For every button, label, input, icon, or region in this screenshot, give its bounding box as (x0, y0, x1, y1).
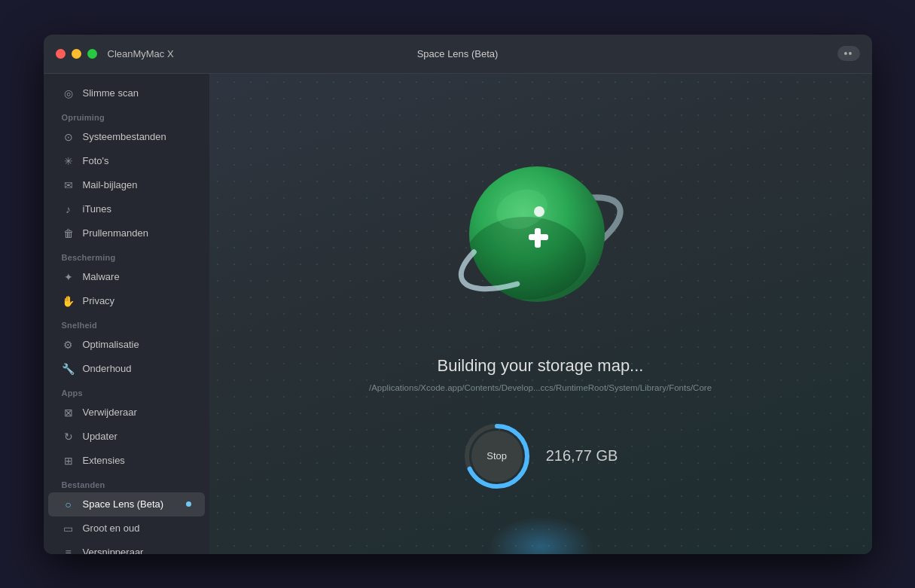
more-options-button[interactable]: •• (837, 46, 860, 61)
sidebar-item-malware[interactable]: ✦ Malware (48, 265, 205, 289)
titlebar-right: •• (837, 46, 860, 61)
itunes-icon: ♪ (62, 203, 75, 216)
slimme-scan-icon: ◎ (62, 87, 75, 100)
main-content: Building your storage map... /Applicatio… (209, 74, 872, 554)
privacy-icon: ✋ (62, 294, 75, 308)
extensies-icon: ⊞ (62, 454, 75, 468)
section-label-snelheid: Snelheid (44, 313, 209, 333)
status-path: /Applications/Xcode.app/Contents/Develop… (369, 383, 712, 392)
updater-icon: ↻ (62, 430, 75, 443)
svg-rect-7 (529, 234, 548, 240)
sidebar-item-label: Slimme scan (83, 87, 139, 99)
section-label-bestanden: Bestanden (44, 473, 209, 492)
sidebar-item-label: Systeembestanden (83, 131, 166, 142)
sidebar-item-prullenmanden[interactable]: 🗑 Prullenmanden (48, 221, 205, 245)
stop-button[interactable]: Stop (471, 431, 523, 482)
versnipperaar-icon: ≡ (62, 546, 75, 554)
app-title: CleanMyMac X (108, 48, 174, 59)
sidebar-item-label: Foto's (83, 155, 109, 166)
section-label-apps: Apps (44, 381, 209, 401)
sidebar-item-mail-bijlagen[interactable]: ✉ Mail-bijlagen (48, 173, 205, 197)
sidebar-item-label: Verwijderaar (83, 407, 137, 418)
window-title: Space Lens (Beta) (417, 48, 499, 59)
sidebar-item-label: Privacy (83, 295, 115, 306)
sidebar-item-label: Versnipperaar (83, 547, 144, 554)
sidebar-item-label: Space Lens (Beta) (83, 498, 164, 510)
space-lens-icon: ○ (62, 498, 75, 511)
sidebar-item-systeembestanden[interactable]: ⊙ Systeembestanden (48, 125, 205, 149)
bottom-glow (488, 516, 593, 554)
progress-area: Stop 216,77 GB (463, 422, 618, 490)
sidebar-item-label: Onderhoud (83, 363, 132, 374)
optimalisatie-icon: ⚙ (62, 338, 75, 352)
sidebar-item-space-lens[interactable]: ○ Space Lens (Beta) (48, 492, 205, 516)
prullenmanden-icon: 🗑 (62, 227, 75, 240)
sidebar-item-extensies[interactable]: ⊞ Extensies (48, 449, 205, 473)
systeembestanden-icon: ⊙ (62, 130, 75, 144)
onderhoud-icon: 🔧 (62, 362, 75, 376)
sidebar-item-label: Mail-bijlagen (83, 179, 138, 190)
sidebar-item-verwijderaar[interactable]: ⊠ Verwijderaar (48, 401, 205, 425)
close-button[interactable] (56, 49, 66, 59)
sidebar-item-versnipperaar[interactable]: ≡ Versnipperaar (48, 541, 205, 554)
sidebar-item-label: Optimalisatie (83, 339, 139, 350)
sidebar-item-onderhoud[interactable]: 🔧 Onderhoud (48, 357, 205, 381)
fotos-icon: ✳ (62, 154, 75, 168)
sidebar-item-groot-en-oud[interactable]: ▭ Groot en oud (48, 516, 205, 541)
sidebar-item-label: iTunes (83, 203, 112, 215)
sidebar-item-label: Prullenmanden (83, 227, 148, 239)
titlebar: CleanMyMac X Space Lens (Beta) •• (44, 35, 872, 74)
active-indicator (186, 501, 191, 507)
sidebar-item-label: Extensies (83, 455, 125, 466)
app-logo (443, 138, 639, 334)
verwijderaar-icon: ⊠ (62, 406, 75, 419)
sidebar-item-label: Updater (83, 431, 117, 442)
malware-icon: ✦ (62, 270, 75, 284)
sidebar-item-label: Malware (83, 271, 120, 282)
sidebar: ◎ Slimme scan Opruiming ⊙ Systeembestand… (44, 74, 209, 554)
sidebar-item-optimalisatie[interactable]: ⚙ Optimalisatie (48, 333, 205, 357)
section-label-opruiming: Opruiming (44, 105, 209, 125)
maximize-button[interactable] (87, 49, 97, 59)
section-label-bescherming: Bescherming (44, 245, 209, 265)
sidebar-item-itunes[interactable]: ♪ iTunes (48, 197, 205, 221)
status-title: Building your storage map... (438, 356, 644, 376)
traffic-lights (56, 49, 97, 59)
groot-en-oud-icon: ▭ (62, 522, 75, 535)
sidebar-item-slimme-scan[interactable]: ◎ Slimme scan (48, 81, 205, 105)
content-area: ◎ Slimme scan Opruiming ⊙ Systeembestand… (44, 74, 872, 554)
app-window: CleanMyMac X Space Lens (Beta) •• ◎ Slim… (44, 35, 872, 554)
stop-ring: Stop (463, 422, 531, 490)
sidebar-item-updater[interactable]: ↻ Updater (48, 425, 205, 449)
svg-point-5 (534, 206, 544, 217)
sidebar-item-privacy[interactable]: ✋ Privacy (48, 289, 205, 313)
sidebar-item-label: Groot en oud (83, 522, 140, 534)
storage-size-label: 216,77 GB (546, 447, 618, 465)
mail-bijlagen-icon: ✉ (62, 178, 75, 192)
minimize-button[interactable] (72, 49, 81, 59)
sidebar-item-fotos[interactable]: ✳ Foto's (48, 149, 205, 173)
